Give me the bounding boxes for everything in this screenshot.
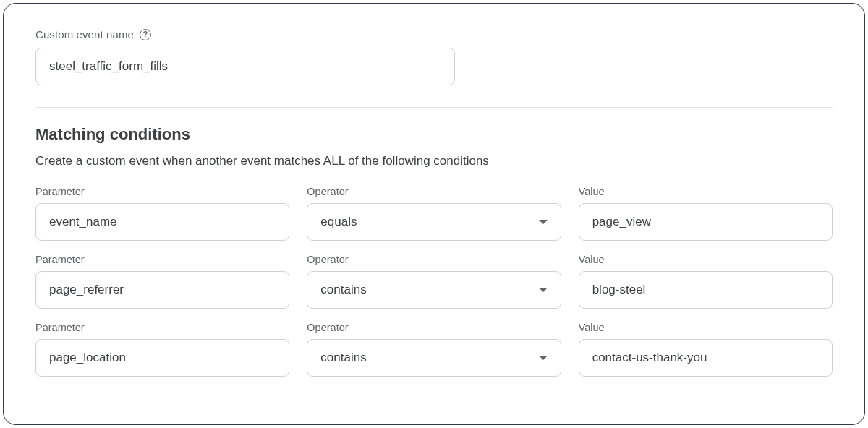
value-label: Value <box>579 254 833 265</box>
divider <box>35 107 833 108</box>
operator-col: Operator contains <box>307 322 561 377</box>
value-col: Value <box>579 322 833 377</box>
parameter-label: Parameter <box>35 322 289 333</box>
parameter-col: Parameter <box>35 254 289 309</box>
operator-label: Operator <box>307 322 561 333</box>
condition-row: Parameter Operator contains Value <box>35 322 833 377</box>
operator-select[interactable]: contains <box>307 271 561 309</box>
parameter-label: Parameter <box>35 186 289 197</box>
parameter-input[interactable] <box>35 203 289 241</box>
parameter-col: Parameter <box>35 322 289 377</box>
operator-select[interactable]: contains <box>307 339 561 377</box>
operator-value: equals <box>320 215 357 229</box>
operator-col: Operator contains <box>307 254 561 309</box>
value-label: Value <box>579 322 833 333</box>
value-input[interactable] <box>579 339 833 377</box>
condition-row: Parameter Operator equals Value <box>35 186 833 241</box>
chevron-down-icon <box>539 220 548 224</box>
value-input[interactable] <box>579 203 833 241</box>
parameter-col: Parameter <box>35 186 289 241</box>
operator-label: Operator <box>307 254 561 265</box>
parameter-input[interactable] <box>35 339 289 377</box>
operator-value: contains <box>320 351 366 365</box>
condition-row: Parameter Operator contains Value <box>35 254 833 309</box>
chevron-down-icon <box>539 288 548 292</box>
matching-title: Matching conditions <box>35 125 833 144</box>
value-input[interactable] <box>579 271 833 309</box>
event-name-label-row: Custom event name ? <box>35 28 833 40</box>
value-label: Value <box>579 186 833 197</box>
event-name-input-wrap <box>35 48 455 85</box>
chevron-down-icon <box>539 356 548 360</box>
help-icon[interactable]: ? <box>140 29 151 40</box>
value-col: Value <box>579 254 833 309</box>
matching-description: Create a custom event when another event… <box>35 154 833 168</box>
operator-label: Operator <box>307 186 561 197</box>
parameter-label: Parameter <box>35 254 289 265</box>
operator-value: contains <box>320 283 366 297</box>
event-name-label: Custom event name <box>35 28 134 40</box>
operator-col: Operator equals <box>307 186 561 241</box>
value-col: Value <box>579 186 833 241</box>
custom-event-card: Custom event name ? Matching conditions … <box>3 3 865 425</box>
parameter-input[interactable] <box>35 271 289 309</box>
operator-select[interactable]: equals <box>307 203 561 241</box>
event-name-input[interactable] <box>35 48 455 85</box>
